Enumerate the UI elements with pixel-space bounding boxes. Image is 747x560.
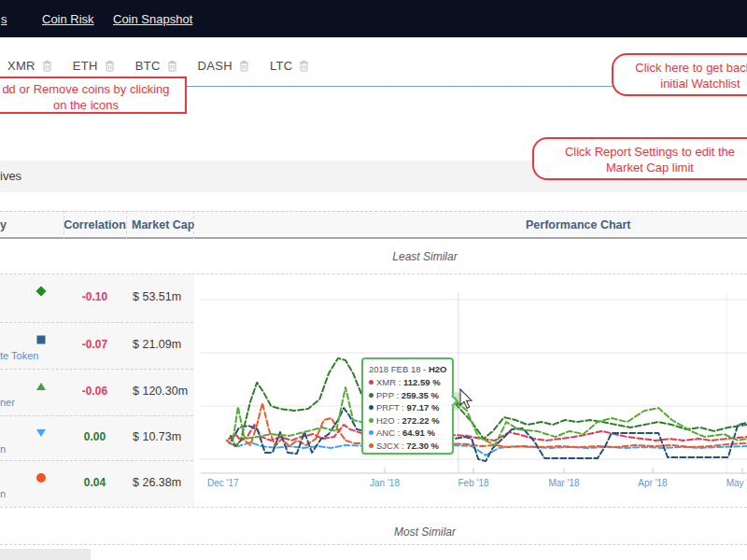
series-dot-icon: [369, 430, 374, 435]
trash-icon[interactable]: [299, 60, 309, 72]
nav-item-coin-snapshot[interactable]: Coin Snapshot: [113, 12, 192, 26]
row-divider: [0, 369, 193, 370]
column-header-market-cap[interactable]: Market Cap: [132, 218, 194, 231]
coin-name-link[interactable]: te Token: [0, 350, 38, 361]
row-divider: [0, 415, 193, 416]
annotation-text: Market Cap limit: [534, 160, 747, 175]
column-divider: [193, 211, 194, 239]
annotation-text: on the icons: [0, 97, 185, 113]
triangle-down-icon[interactable]: [35, 427, 47, 439]
annotation-text: Click here to get back to: [613, 60, 747, 76]
annotation-text: Click Report Settings to edit the: [534, 144, 747, 160]
nav-item-coin-risk[interactable]: Coin Risk: [42, 12, 94, 26]
x-axis-label: Dec '17: [207, 478, 239, 488]
next-section-thumbnail: [0, 549, 91, 560]
watchlist-coin-bar: XMRETHBTCDASHLTC: [7, 56, 330, 75]
coin-symbol: BTC: [135, 59, 161, 73]
watchlist-coin-xmr: XMR: [7, 59, 52, 73]
tooltip-series-row: PPP : 259.35 %: [369, 389, 452, 402]
annotation-text: dd or Remove coins by clicking: [0, 81, 185, 97]
coin-name-link[interactable]: n: [0, 488, 6, 499]
trash-icon[interactable]: [239, 60, 249, 72]
tooltip-series-row: ANC : 64.91 %: [369, 427, 452, 440]
column-header-performance-chart[interactable]: Performance Chart: [526, 218, 631, 231]
annotation-text: initial Watchlist: [613, 76, 747, 91]
group-label-most-similar: Most Similar: [331, 525, 518, 539]
table-header: y Correlation Market Cap Performance Cha…: [0, 211, 747, 239]
coin-symbol: LTC: [270, 59, 293, 73]
x-axis-label: May '18: [726, 478, 747, 488]
chart-tooltip: 2018 FEB 18 - H2O XMR : 112.59 %PPP : 25…: [361, 357, 454, 455]
series-dot-icon: [369, 418, 374, 423]
tooltip-title: 2018 FEB 18 - H2O: [369, 363, 452, 376]
nav-item-fragment[interactable]: s: [1, 12, 7, 26]
annotation-add-remove-coins: dd or Remove coins by clicking on the ic…: [0, 77, 187, 114]
market-cap-value: $ 120.30m: [133, 385, 188, 398]
market-cap-value: $ 10.73m: [133, 430, 181, 443]
column-header-name-fragment[interactable]: y: [0, 218, 7, 231]
annotation-report-settings: Click Report Settings to edit the Market…: [532, 137, 747, 180]
series-dot-icon: [369, 393, 374, 398]
column-divider: [63, 211, 64, 239]
watchlist-coin-eth: ETH: [73, 59, 115, 73]
square-icon[interactable]: [35, 334, 47, 345]
correlation-value: 0.04: [63, 476, 126, 489]
group-label-least-similar: Least Similar: [331, 250, 518, 263]
row-divider: [0, 544, 747, 545]
trash-icon[interactable]: [167, 60, 177, 72]
coin-symbol: DASH: [198, 59, 233, 73]
correlation-value: -0.07: [63, 338, 126, 351]
correlation-value: 0.00: [63, 430, 126, 443]
correlation-value: -0.10: [63, 290, 126, 303]
tooltip-series-row: XMR : 112.59 %: [369, 376, 452, 389]
column-divider: [126, 211, 127, 239]
tooltip-series-row: PRFT : 97.17 %: [369, 401, 452, 414]
section-title-fragment: ives: [0, 169, 21, 183]
diamond-icon[interactable]: [35, 286, 47, 297]
x-axis-label: Mar '18: [548, 478, 579, 488]
row-divider: [0, 507, 747, 508]
series-dot-icon: [369, 443, 374, 448]
tooltip-series-row: H2O : 272.22 %: [369, 414, 452, 427]
market-cap-value: $ 26.38m: [133, 476, 181, 489]
series-dot-icon: [369, 405, 374, 410]
trash-icon[interactable]: [105, 60, 115, 72]
watchlist-coin-dash: DASH: [198, 59, 249, 73]
tooltip-series-row: SJCX : 72.30 %: [369, 440, 452, 453]
watchlist-coin-ltc: LTC: [270, 59, 310, 73]
top-navigation-bar: s Coin Risk Coin Snapshot: [0, 0, 747, 37]
mouse-cursor: [459, 388, 474, 411]
annotation-connector-line: [187, 86, 613, 87]
x-axis-label: Jan '18: [370, 478, 400, 488]
coin-name-link[interactable]: n: [0, 443, 6, 455]
row-divider: [0, 460, 193, 461]
x-axis-label: Feb '18: [458, 478, 488, 488]
circle-icon[interactable]: [35, 472, 47, 483]
series-line-ppp[interactable]: [231, 358, 747, 446]
coin-symbol: ETH: [73, 59, 98, 73]
series-dot-icon: [369, 380, 374, 385]
x-axis-label: Apr '18: [638, 478, 668, 488]
trash-icon[interactable]: [42, 60, 52, 72]
column-header-correlation[interactable]: Correlation: [63, 218, 126, 231]
triangle-up-icon[interactable]: [35, 381, 47, 392]
market-cap-value: $ 21.09m: [133, 338, 181, 351]
correlation-value: -0.06: [63, 385, 126, 398]
row-divider: [0, 322, 193, 323]
watchlist-coin-btc: BTC: [135, 59, 177, 73]
annotation-back-to-watchlist: Click here to get back to initial Watchl…: [612, 53, 747, 96]
coin-name-link[interactable]: ner: [0, 397, 15, 408]
coin-symbol: XMR: [7, 59, 35, 73]
market-cap-value: $ 53.51m: [133, 290, 181, 303]
series-line-h2o[interactable]: [233, 387, 747, 445]
